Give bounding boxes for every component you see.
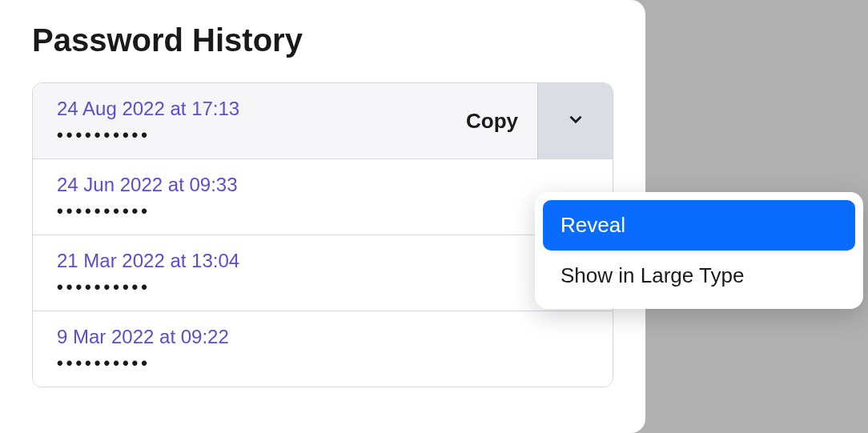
menu-item-reveal[interactable]: Reveal [543,200,855,251]
copy-button[interactable]: Copy [447,83,537,158]
entry-date: 24 Jun 2022 at 09:33 [57,174,589,196]
row-content: 9 Mar 2022 at 09:22 •••••••••• [33,311,613,387]
history-row[interactable]: 24 Jun 2022 at 09:33 •••••••••• [33,159,613,235]
actions-dropdown-menu: Reveal Show in Large Type [535,192,863,309]
masked-password: •••••••••• [57,355,589,372]
masked-password: •••••••••• [57,202,589,220]
masked-password: •••••••••• [57,279,589,296]
entry-date: 24 Aug 2022 at 17:13 [57,98,423,120]
history-row[interactable]: 21 Mar 2022 at 13:04 •••••••••• [33,235,613,311]
history-row[interactable]: 24 Aug 2022 at 17:13 •••••••••• Copy [33,83,613,159]
entry-date: 21 Mar 2022 at 13:04 [57,250,589,272]
more-actions-button[interactable] [537,83,613,158]
row-content: 24 Aug 2022 at 17:13 •••••••••• [33,83,447,158]
password-history-list: 24 Aug 2022 at 17:13 •••••••••• Copy 24 … [32,82,613,387]
row-content: 24 Jun 2022 at 09:33 •••••••••• [33,159,613,235]
row-content: 21 Mar 2022 at 13:04 •••••••••• [33,235,613,311]
row-actions: Copy [447,83,613,158]
page-title: Password History [32,22,613,58]
chevron-down-icon [565,109,586,133]
menu-item-large-type[interactable]: Show in Large Type [543,251,855,301]
entry-date: 9 Mar 2022 at 09:22 [57,326,589,348]
history-row[interactable]: 9 Mar 2022 at 09:22 •••••••••• [33,311,613,387]
masked-password: •••••••••• [57,126,423,144]
